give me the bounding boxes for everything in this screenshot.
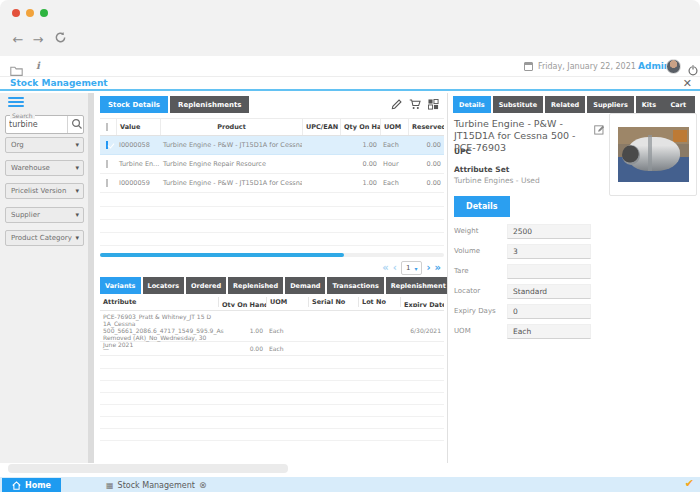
tare-input[interactable] xyxy=(507,264,591,279)
tab-replenishments[interactable]: Replenishments xyxy=(170,96,249,113)
window-close-button[interactable] xyxy=(12,9,20,17)
tab-transactions[interactable]: Transactions xyxy=(327,277,383,294)
weight-input[interactable] xyxy=(507,224,591,239)
avatar[interactable] xyxy=(666,59,681,74)
tab-ordered[interactable]: Ordered xyxy=(186,277,226,294)
check-icon: ✔ xyxy=(685,477,694,490)
cell-value: I0000059 xyxy=(116,179,160,187)
col-uom[interactable]: UOM xyxy=(380,119,408,135)
col-reserved[interactable]: Reserved xyxy=(408,119,444,135)
field-weight: Weight xyxy=(454,224,694,240)
product-title: Turbine Engine - P&W - JT15D1A for Cessn… xyxy=(454,118,592,154)
home-tab-label: Home xyxy=(25,481,51,490)
locator-input[interactable] xyxy=(507,284,591,299)
tab-locators[interactable]: Locators xyxy=(143,277,185,294)
variant-row[interactable]: — 0.00 Each xyxy=(100,342,444,356)
close-icon[interactable]: ✕ xyxy=(683,77,692,90)
window-minimize-button[interactable] xyxy=(26,9,34,17)
cell-qty: 0.00 xyxy=(340,160,380,168)
filter-pricelist-label: Pricelist Version xyxy=(11,187,66,195)
filter-supplier[interactable]: Supplier▾ xyxy=(5,207,84,223)
filter-pricelist-version[interactable]: Pricelist Version▾ xyxy=(5,183,84,199)
taskbar-home-tab[interactable]: Home xyxy=(2,478,61,492)
select-all-checkbox[interactable] xyxy=(106,123,108,131)
cart-button[interactable]: Cart xyxy=(662,96,695,113)
tab-substitute[interactable]: Substitute xyxy=(493,96,543,113)
cell-product: Turbine Engine - P&W - JT15D1A for Cessn… xyxy=(160,141,302,149)
col-product[interactable]: Product xyxy=(160,119,302,135)
pagination: « ‹ 1▾ › » xyxy=(382,261,441,275)
tab-stock-details[interactable]: Stock Details xyxy=(100,96,168,113)
bottom-scrollbar[interactable] xyxy=(8,464,288,473)
table-row[interactable]: I0000058 Turbine Engine - P&W - JT15D1A … xyxy=(100,136,444,155)
scrollbar-thumb[interactable] xyxy=(100,253,344,257)
cell-expiry xyxy=(400,347,444,351)
taskbar-stock-management-tab[interactable]: ▦ Stock Management ⊗ xyxy=(100,478,213,492)
details-button[interactable]: Details xyxy=(454,196,510,217)
cell-reserved: 0.00 xyxy=(408,141,444,149)
filter-sidebar: Search Org▾ Warehouse▾ Pricelist Version… xyxy=(0,93,88,463)
edit-product-icon[interactable] xyxy=(594,120,605,139)
search-icon[interactable] xyxy=(67,116,83,133)
col-qty-on-hand[interactable]: Qty On Hand xyxy=(340,119,380,135)
first-page-icon[interactable]: « xyxy=(382,262,388,274)
tab-demand[interactable]: Demand xyxy=(285,277,325,294)
cart-icon[interactable] xyxy=(409,99,421,110)
page-select[interactable]: 1▾ xyxy=(401,261,422,275)
row-checkbox[interactable] xyxy=(106,179,108,187)
table-row[interactable]: I0000059 Turbine Engine - P&W - JT15D1A … xyxy=(100,174,444,193)
filter-org[interactable]: Org▾ xyxy=(5,137,84,153)
reload-icon[interactable] xyxy=(52,31,68,47)
tab-suppliers[interactable]: Suppliers xyxy=(587,96,634,113)
tab-replenished[interactable]: Replenished xyxy=(228,277,283,294)
col-serial-no[interactable]: Serial No xyxy=(308,297,358,307)
window-maximize-button[interactable] xyxy=(40,9,48,17)
tab-details[interactable]: Details xyxy=(453,96,491,113)
expiry-days-input[interactable] xyxy=(507,304,591,319)
volume-input[interactable] xyxy=(507,244,591,259)
col-value[interactable]: Value xyxy=(116,119,160,135)
variant-row[interactable]: PCE-76903_Pratt & Whitney_JT 15 D 1A_Ces… xyxy=(100,311,444,342)
search-input[interactable] xyxy=(9,120,67,129)
info-icon[interactable]: i xyxy=(36,60,40,71)
filter-warehouse[interactable]: Warehouse▾ xyxy=(5,160,84,176)
forward-icon[interactable]: → xyxy=(30,32,46,47)
chevron-down-icon: ▾ xyxy=(75,184,79,198)
row-checkbox[interactable] xyxy=(106,141,108,149)
close-tab-icon[interactable]: ⊗ xyxy=(199,480,207,490)
tab-replenishment[interactable]: Replenishment xyxy=(386,277,451,294)
tab-related[interactable]: Related xyxy=(545,96,585,113)
tab-variants[interactable]: Variants xyxy=(100,277,141,294)
empty-rows xyxy=(100,194,444,246)
col-qty-on-hand[interactable]: Qty On Hand xyxy=(218,297,266,307)
attribute-set-label: Attribute Set xyxy=(454,165,509,174)
field-locator: Locator xyxy=(454,284,694,300)
attribute-set-value: Turbine Engines - Used xyxy=(454,176,540,185)
row-checkbox[interactable] xyxy=(106,160,108,168)
edit-icon[interactable] xyxy=(391,99,402,110)
filter-supplier-label: Supplier xyxy=(11,211,40,219)
product-image-card xyxy=(609,113,697,196)
col-attribute[interactable]: Attribute xyxy=(100,298,218,306)
col-upc-ean[interactable]: UPC/EAN xyxy=(302,119,340,135)
col-uom[interactable]: UOM xyxy=(266,297,308,307)
weight-label: Weight xyxy=(454,227,478,235)
last-page-icon[interactable]: » xyxy=(435,262,441,274)
grid-icon[interactable] xyxy=(428,99,439,110)
cell-qty: 1.00 xyxy=(218,325,266,336)
table-row[interactable]: Turbine En... Turbine Engine Repair Reso… xyxy=(100,155,444,174)
prev-page-icon[interactable]: ‹ xyxy=(393,262,397,274)
col-expiry-date[interactable]: Expiry Date xyxy=(400,297,444,307)
tab-kits[interactable]: Kits xyxy=(636,96,662,113)
sidebar-menu-icon[interactable] xyxy=(8,97,24,108)
product-image[interactable] xyxy=(618,127,689,182)
col-lot-no[interactable]: Lot No xyxy=(358,297,400,307)
next-page-icon[interactable]: › xyxy=(426,262,430,274)
back-icon[interactable]: ← xyxy=(10,32,26,47)
field-tare: Tare xyxy=(454,264,694,280)
filter-product-category[interactable]: Product Category▾ xyxy=(5,230,84,246)
cell-attribute: — xyxy=(100,343,218,354)
home-icon xyxy=(12,481,21,490)
uom-input[interactable] xyxy=(507,324,591,339)
horizontal-scrollbar[interactable] xyxy=(100,253,444,257)
